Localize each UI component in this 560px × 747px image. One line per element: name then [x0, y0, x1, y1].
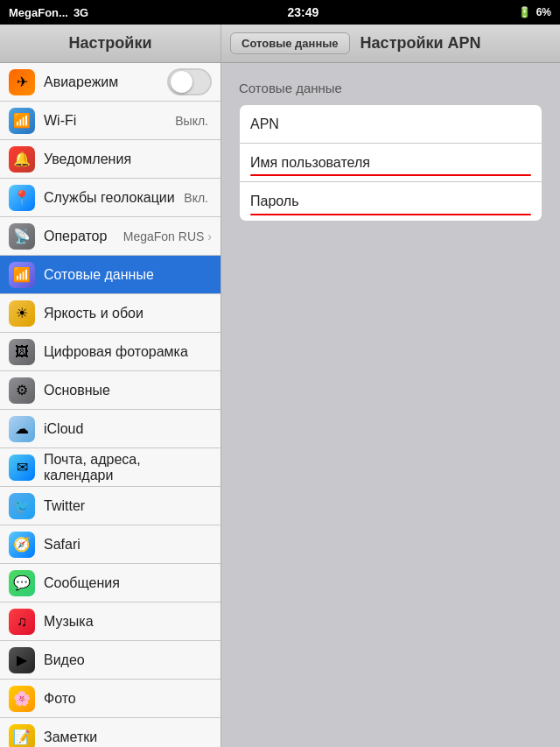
wifi-label: Wi-Fi [44, 113, 175, 129]
battery-icon: 🔋 [518, 6, 531, 18]
password-input[interactable] [355, 194, 531, 209]
main-layout: Настройки ✈ Авиарежим 📶 Wi-Fi Выкл. 🔔 Ув… [0, 25, 560, 747]
status-left: MegaFon... 3G [9, 6, 88, 19]
username-row[interactable]: Имя пользователя [240, 144, 542, 182]
safari-label: Safari [44, 537, 212, 553]
sidebar-list: ✈ Авиарежим 📶 Wi-Fi Выкл. 🔔 Уведомления … [0, 63, 220, 747]
username-input[interactable] [370, 155, 542, 171]
video-icon: ▶ [9, 647, 35, 673]
carrier-value: MegaFon RUS [123, 229, 205, 243]
apn-row[interactable]: APN [240, 105, 542, 144]
toggle-knob [171, 71, 192, 93]
cellular-label: Сотовые данные [44, 267, 212, 283]
music-label: Музыка [44, 614, 212, 630]
sidebar-item-twitter[interactable]: 🐦 Twitter [0, 487, 220, 525]
airplane-icon: ✈ [9, 69, 35, 95]
mail-label: Почта, адреса, календари [44, 452, 212, 483]
right-header: Сотовые данные Настройки APN [221, 25, 560, 63]
apn-form: APN Имя пользователя Пароль [239, 104, 542, 222]
network-label: 3G [74, 6, 88, 19]
notes-icon: 📝 [9, 724, 35, 748]
sidebar-item-notifications[interactable]: 🔔 Уведомления [0, 140, 220, 179]
notes-label: Заметки [44, 729, 212, 745]
username-underline [250, 174, 531, 176]
twitter-label: Twitter [44, 498, 212, 514]
carrier-chevron: › [207, 229, 212, 243]
photos-label: Фото [44, 691, 212, 707]
password-row[interactable]: Пароль [240, 182, 542, 221]
mail-icon: ✉ [9, 455, 35, 481]
notifications-label: Уведомления [44, 152, 212, 167]
video-label: Видео [44, 652, 212, 668]
messages-label: Сообщения [44, 575, 212, 591]
general-icon: ⚙ [9, 377, 35, 404]
general-label: Основные [44, 383, 212, 398]
notifications-icon: 🔔 [9, 146, 35, 173]
sidebar: Настройки ✈ Авиарежим 📶 Wi-Fi Выкл. 🔔 Ув… [0, 25, 221, 747]
time-label: 23:49 [288, 5, 319, 19]
music-icon: ♫ [9, 609, 35, 635]
apn-section-label: Сотовые данные [239, 81, 542, 95]
cellular-icon: 📶 [9, 262, 35, 288]
sidebar-title: Настройки [69, 34, 152, 53]
sidebar-item-safari[interactable]: 🧭 Safari [0, 525, 220, 564]
sidebar-item-general[interactable]: ⚙ Основные [0, 371, 220, 410]
status-right: 🔋 6% [518, 6, 551, 18]
wifi-icon: 📶 [9, 108, 35, 134]
sidebar-item-video[interactable]: ▶ Видео [0, 641, 220, 680]
location-value: Вкл. [184, 191, 208, 205]
photos-icon: 🌸 [9, 686, 35, 712]
sidebar-item-airplane[interactable]: ✈ Авиарежим [0, 63, 220, 102]
sidebar-item-wifi[interactable]: 📶 Wi-Fi Выкл. [0, 102, 220, 140]
sidebar-item-photos[interactable]: 🌸 Фото [0, 680, 220, 718]
password-underline [250, 214, 531, 215]
sidebar-item-photoframe[interactable]: 🖼 Цифровая фоторамка [0, 333, 220, 371]
password-label: Пароль [250, 194, 355, 209]
sidebar-item-mail[interactable]: ✉ Почта, адреса, календари [0, 448, 220, 487]
battery-label: 6% [536, 6, 551, 18]
sidebar-item-messages[interactable]: 💬 Сообщения [0, 564, 220, 603]
sidebar-item-icloud[interactable]: ☁ iCloud [0, 410, 220, 448]
right-panel-title: Настройки APN [360, 34, 481, 53]
sidebar-item-location[interactable]: 📍 Службы геолокации Вкл. [0, 179, 220, 217]
sidebar-header: Настройки [0, 25, 220, 63]
messages-icon: 💬 [9, 570, 35, 596]
brightness-label: Яркость и обои [44, 306, 212, 321]
photoframe-label: Цифровая фоторамка [44, 344, 212, 360]
icloud-icon: ☁ [9, 416, 35, 442]
location-icon: 📍 [9, 185, 35, 211]
brightness-icon: ☀ [9, 300, 35, 327]
icloud-label: iCloud [44, 421, 212, 437]
sidebar-item-notes[interactable]: 📝 Заметки [0, 718, 220, 747]
sidebar-item-carrier[interactable]: 📡 Оператор MegaFon RUS › [0, 217, 220, 256]
sidebar-item-brightness[interactable]: ☀ Яркость и обои [0, 294, 220, 333]
apn-label: APN [250, 116, 355, 132]
status-bar: MegaFon... 3G 23:49 🔋 6% [0, 0, 560, 25]
location-label: Службы геолокации [44, 190, 184, 206]
back-button[interactable]: Сотовые данные [230, 32, 350, 54]
wifi-value: Выкл. [175, 114, 208, 128]
right-panel: Сотовые данные Настройки APN Сотовые дан… [221, 25, 560, 747]
safari-icon: 🧭 [9, 532, 35, 558]
carrier-label: Оператор [44, 229, 123, 244]
carrier-icon: 📡 [9, 223, 35, 250]
photoframe-icon: 🖼 [9, 339, 35, 365]
username-label: Имя пользователя [250, 155, 370, 171]
sidebar-item-music[interactable]: ♫ Музыка [0, 603, 220, 641]
apn-input[interactable] [355, 116, 531, 132]
airplane-toggle[interactable] [167, 68, 212, 95]
twitter-icon: 🐦 [9, 493, 35, 519]
carrier-label: MegaFon... [9, 6, 68, 19]
right-content: Сотовые данные APN Имя пользователя Паро… [221, 63, 560, 747]
sidebar-item-cellular[interactable]: 📶 Сотовые данные [0, 256, 220, 294]
airplane-label: Авиарежим [44, 74, 167, 90]
